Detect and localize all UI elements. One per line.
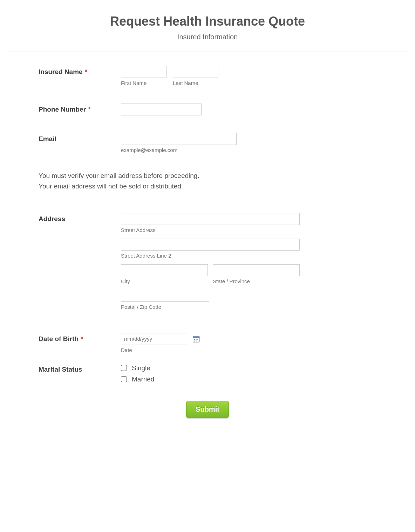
svg-rect-1 xyxy=(193,336,199,338)
submit-button[interactable]: Submit xyxy=(186,401,229,418)
info-line-2: Your email address will not be sold or d… xyxy=(39,181,376,192)
first-name-sublabel: First Name xyxy=(121,80,166,86)
email-verify-info: You must verify your email address befor… xyxy=(39,171,376,192)
marital-option-label: Single xyxy=(132,364,150,372)
insured-name-label: Insured Name* xyxy=(39,68,87,75)
required-indicator: * xyxy=(85,68,87,75)
street-address-sublabel: Street Address xyxy=(121,227,376,233)
city-input[interactable] xyxy=(121,264,208,276)
row-insured-name: Insured Name* First Name Last Name xyxy=(39,66,376,86)
first-name-input[interactable] xyxy=(121,66,166,78)
page-subtitle: Insured Information xyxy=(0,33,415,41)
svg-rect-2 xyxy=(194,339,195,340)
form-body: Insured Name* First Name Last Name Phone… xyxy=(0,66,415,418)
checkbox-icon xyxy=(121,376,127,382)
state-sublabel: State / Province xyxy=(213,278,300,284)
required-indicator: * xyxy=(81,335,83,343)
row-email: Email example@example.com xyxy=(39,133,376,153)
marital-option-single[interactable]: Single xyxy=(121,364,376,372)
zip-input[interactable] xyxy=(121,290,209,302)
row-address: Address Street Address Street Address Li… xyxy=(39,213,376,315)
email-sublabel: example@example.com xyxy=(121,147,376,153)
address-label: Address xyxy=(39,215,65,222)
last-name-sublabel: Last Name xyxy=(173,80,218,86)
dob-input[interactable] xyxy=(121,333,188,345)
page-title: Request Health Insurance Quote xyxy=(0,14,415,29)
dob-label: Date of Birth* xyxy=(39,335,83,343)
city-sublabel: City xyxy=(121,278,208,284)
row-phone: Phone Number* xyxy=(39,104,376,115)
street-address-input[interactable] xyxy=(121,213,300,225)
email-input[interactable] xyxy=(121,133,237,145)
form-header: Request Health Insurance Quote Insured I… xyxy=(0,14,415,41)
row-dob: Date of Birth* Date xyxy=(39,333,376,353)
zip-sublabel: Postal / Zip Code xyxy=(121,304,376,310)
dob-sublabel: Date xyxy=(121,347,376,353)
state-input[interactable] xyxy=(213,264,300,276)
checkbox-icon xyxy=(121,365,127,371)
info-line-1: You must verify your email address befor… xyxy=(39,171,376,181)
calendar-icon[interactable] xyxy=(192,335,200,343)
phone-label: Phone Number* xyxy=(39,106,91,113)
phone-input[interactable] xyxy=(121,104,202,115)
row-marital-status: Marital Status Single Married xyxy=(39,364,376,383)
last-name-input[interactable] xyxy=(173,66,218,78)
header-divider xyxy=(7,52,408,52)
marital-option-married[interactable]: Married xyxy=(121,375,376,383)
svg-rect-4 xyxy=(197,339,198,340)
marital-option-label: Married xyxy=(132,375,154,383)
svg-rect-6 xyxy=(196,340,197,341)
required-indicator: * xyxy=(88,106,90,113)
email-label: Email xyxy=(39,135,56,142)
street-address-2-sublabel: Street Address Line 2 xyxy=(121,253,376,259)
svg-rect-3 xyxy=(196,339,197,340)
marital-status-label: Marital Status xyxy=(39,366,82,373)
street-address-2-input[interactable] xyxy=(121,239,300,251)
svg-rect-5 xyxy=(194,340,195,341)
